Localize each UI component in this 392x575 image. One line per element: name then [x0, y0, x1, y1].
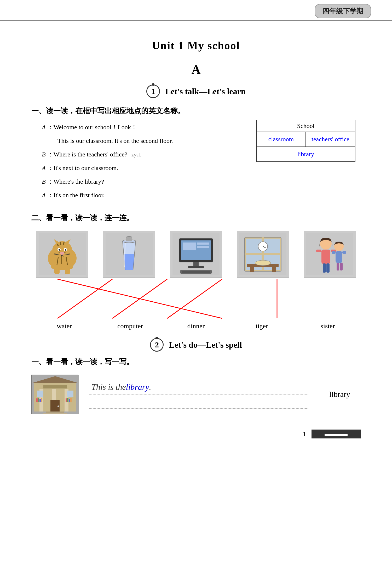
- school-diagram: School classroom teachers' office librar…: [256, 120, 355, 162]
- instruction1: 一、读一读，在框中写出相应地点的英文名称。: [31, 106, 361, 116]
- svg-rect-64: [336, 251, 342, 263]
- word-sister: sister: [302, 322, 354, 330]
- section3-circle: 2: [150, 338, 164, 352]
- dialogue-text: ：It's next to our classroom.: [47, 165, 118, 171]
- speaker-a: A: [42, 124, 46, 131]
- writing-lines-container: This is the library .: [89, 380, 308, 409]
- speaker-b: B: [42, 178, 46, 185]
- dialogue-line: A ：It's next to our classroom.: [42, 162, 235, 174]
- word-computer: computer: [104, 322, 156, 330]
- svg-rect-61: [316, 250, 321, 252]
- svg-rect-65: [337, 263, 339, 270]
- page-header: 四年级下学期: [0, 0, 392, 21]
- dialogue-text: ：It's on the first floor.: [47, 192, 105, 199]
- dialogue-line: A ：It's on the first floor.: [42, 189, 235, 201]
- svg-rect-38: [188, 266, 204, 268]
- dialogue-line: B ：Where is the teachers' office? zysl.: [42, 148, 235, 161]
- speaker-a: A: [42, 165, 46, 171]
- writing-section: This is the library . library: [31, 375, 361, 414]
- word-label: library: [319, 390, 361, 399]
- writing-row1: This is the library . library: [31, 375, 361, 414]
- svg-rect-86: [43, 413, 67, 414]
- svg-line-5: [64, 242, 64, 245]
- svg-rect-21: [51, 262, 56, 269]
- svg-rect-40: [182, 271, 210, 273]
- svg-rect-58: [321, 250, 330, 264]
- dialogue-text: This is our classroom. It's on the secon…: [57, 137, 173, 144]
- header-lines-left: [0, 2, 16, 18]
- svg-rect-94: [70, 398, 72, 402]
- page-content: Unit 1 My school A 1 Let's talk—Let's le…: [0, 21, 392, 449]
- library-image: [31, 375, 78, 414]
- word-dinner: dinner: [170, 322, 222, 330]
- school-row1: classroom teachers' office: [257, 132, 355, 147]
- section1-header: 1 Let's talk—Let's learn: [31, 84, 361, 98]
- svg-rect-92: [67, 398, 68, 402]
- svg-rect-66: [340, 263, 343, 270]
- section1-content: A ：Welcome to our school！Look！ This is o…: [31, 120, 361, 202]
- svg-line-70: [57, 279, 112, 318]
- connecting-lines: [31, 278, 361, 320]
- svg-rect-34: [183, 243, 196, 250]
- writing-line-bottom: [89, 394, 308, 409]
- svg-rect-67: [332, 251, 336, 254]
- svg-rect-93: [69, 399, 70, 402]
- svg-line-71: [112, 279, 167, 318]
- svg-point-10: [60, 252, 64, 255]
- svg-rect-88: [38, 398, 39, 402]
- svg-rect-91: [66, 398, 67, 402]
- svg-rect-37: [193, 262, 199, 266]
- svg-rect-87: [36, 398, 38, 402]
- svg-line-4: [60, 242, 61, 245]
- dialogue: A ：Welcome to our school！Look！ This is o…: [42, 121, 235, 201]
- sentence-word: library: [126, 382, 149, 392]
- svg-rect-54: [272, 267, 276, 272]
- page-num-bar: ▬▬▬▬: [312, 430, 361, 438]
- svg-point-81: [57, 405, 59, 407]
- svg-rect-36: [197, 246, 209, 248]
- writing-line-top: This is the library .: [89, 380, 308, 394]
- dinner-image: [237, 231, 289, 278]
- dialogue-column: A ：Welcome to our school！Look！ This is o…: [31, 120, 246, 202]
- svg-rect-35: [197, 243, 209, 245]
- page-number: 1: [303, 430, 306, 438]
- diagram-column: School classroom teachers' office librar…: [256, 120, 361, 202]
- speaker-a: A: [42, 192, 46, 199]
- svg-rect-68: [342, 251, 346, 254]
- match-section: water computer dinner tiger sister: [31, 231, 361, 330]
- svg-rect-22: [68, 262, 73, 269]
- sentence-prefix: This is the: [91, 382, 126, 392]
- section3-header: 2 Let's do—Let's spell: [31, 338, 361, 352]
- svg-rect-89: [39, 399, 41, 402]
- instruction3: 一、看一看，读一读，写一写。: [31, 357, 361, 367]
- svg-line-72: [167, 279, 222, 318]
- library-cell: library: [257, 147, 355, 161]
- watermark: zysl.: [131, 152, 141, 157]
- dialogue-text: ：Where is the teachers' office?: [47, 151, 127, 158]
- dialogue-line: A ：Welcome to our school！Look！: [42, 121, 235, 133]
- section-letter: A: [31, 62, 361, 77]
- classroom-cell: classroom: [257, 132, 306, 146]
- svg-rect-90: [41, 398, 42, 402]
- svg-rect-30: [126, 237, 132, 241]
- teachers-office-cell: teachers' office: [306, 132, 355, 146]
- word-water: water: [38, 322, 90, 330]
- speaker-b: B: [42, 151, 46, 158]
- sentence-period: .: [149, 382, 151, 392]
- svg-point-2: [52, 241, 72, 260]
- svg-rect-53: [250, 267, 254, 272]
- svg-point-8: [59, 249, 60, 251]
- match-words-row: water computer dinner tiger sister: [31, 322, 361, 330]
- grade-tag: 四年级下学期: [315, 4, 371, 18]
- instruction2: 二、看一看，读一读，连一连。: [31, 213, 361, 223]
- svg-rect-82: [37, 391, 43, 397]
- svg-rect-59: [323, 263, 326, 273]
- section1-circle: 1: [146, 84, 160, 98]
- dialogue-line: This is our classroom. It's on the secon…: [42, 134, 235, 147]
- svg-rect-84: [43, 385, 67, 388]
- unit-title: Unit 1 My school: [31, 39, 361, 52]
- water-image: [103, 231, 155, 278]
- page-footer: 1 ▬▬▬▬: [31, 430, 361, 438]
- school-title: School: [257, 120, 355, 132]
- svg-point-9: [65, 249, 66, 251]
